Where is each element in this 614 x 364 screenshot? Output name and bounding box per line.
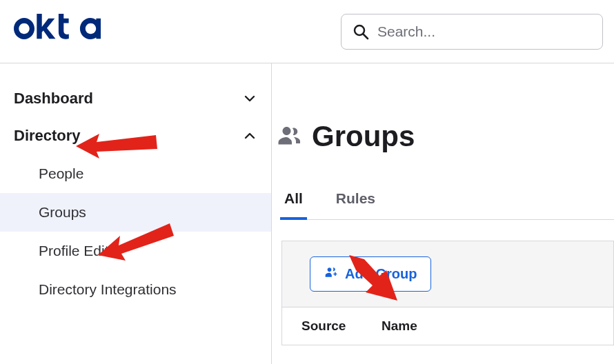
svg-line-1	[364, 34, 368, 39]
search-field[interactable]	[341, 14, 603, 50]
nav-dashboard-label: Dashboard	[14, 90, 93, 108]
search-input[interactable]	[377, 23, 591, 40]
groups-icon	[277, 123, 302, 150]
table-header: Source Name	[282, 307, 613, 345]
search-icon	[353, 23, 369, 40]
sidebar-item-directory-integrations[interactable]: Directory Integrations	[0, 270, 271, 309]
groups-panel: Add Group Source Name	[281, 241, 614, 345]
chevron-down-icon	[242, 91, 257, 106]
col-name: Name	[382, 318, 417, 334]
okta-logo-svg	[14, 14, 101, 44]
tab-all[interactable]: All	[281, 190, 306, 219]
chevron-up-icon	[242, 128, 257, 143]
search-container	[341, 14, 603, 50]
page-title: Groups	[312, 120, 415, 153]
add-group-icon	[324, 265, 338, 283]
sidebar: Dashboard Directory People Groups Profil…	[0, 63, 272, 364]
tabs: All Rules	[281, 190, 614, 220]
page-title-row: Groups	[277, 120, 614, 153]
panel-toolbar: Add Group	[282, 241, 613, 307]
nav-directory[interactable]: Directory	[0, 117, 271, 154]
main-content: Groups All Rules Add Group Source Name	[272, 63, 614, 364]
tab-rules[interactable]: Rules	[333, 190, 378, 219]
body: Dashboard Directory People Groups Profil…	[0, 63, 614, 364]
okta-logo	[14, 14, 101, 47]
sidebar-item-people[interactable]: People	[0, 154, 271, 193]
add-group-label: Add Group	[345, 266, 417, 282]
nav-dashboard[interactable]: Dashboard	[0, 80, 271, 117]
add-group-button[interactable]: Add Group	[310, 256, 431, 292]
sidebar-item-groups[interactable]: Groups	[0, 193, 271, 232]
col-source: Source	[301, 318, 357, 334]
sidebar-item-profile-editor[interactable]: Profile Editor	[0, 232, 271, 270]
nav-directory-label: Directory	[14, 127, 81, 145]
top-bar	[0, 0, 614, 63]
